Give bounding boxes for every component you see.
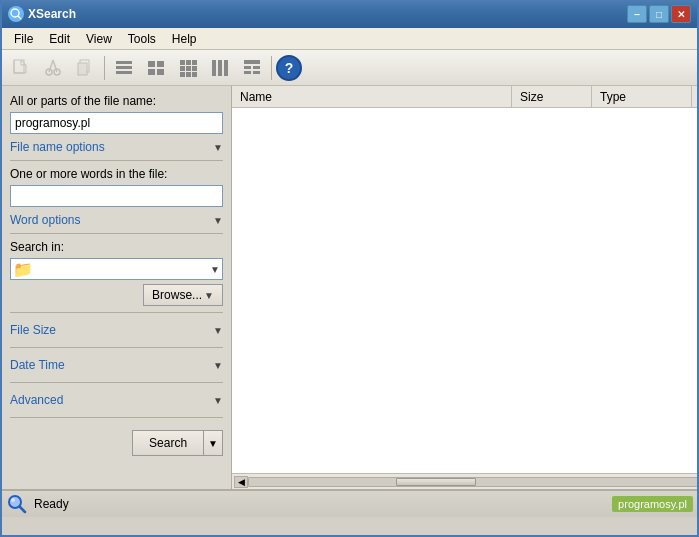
advanced-header[interactable]: Advanced ▼ xyxy=(10,389,223,411)
search-location-select[interactable]: 📁 ▼ xyxy=(10,258,223,280)
svg-rect-15 xyxy=(157,69,164,75)
toolbar: ? xyxy=(2,50,697,86)
toolbar-grid-btn[interactable] xyxy=(173,54,203,82)
advanced-section[interactable]: Advanced ▼ xyxy=(10,389,223,411)
horizontal-scrollbar[interactable]: ◀ ▶ xyxy=(232,473,699,489)
toolbar-copy-btn[interactable] xyxy=(70,54,100,82)
svg-rect-27 xyxy=(224,60,228,76)
toolbar-sep-2 xyxy=(271,56,272,80)
date-time-label: Date Time xyxy=(10,358,213,372)
toolbar-columns-btn[interactable] xyxy=(205,54,235,82)
results-panel: Name Size Type Date Modified ◀ ▶ xyxy=(232,86,699,489)
menu-view[interactable]: View xyxy=(78,30,120,48)
svg-rect-9 xyxy=(116,61,132,64)
svg-rect-29 xyxy=(244,66,251,69)
toolbar-details-btn[interactable] xyxy=(141,54,171,82)
svg-rect-16 xyxy=(180,60,185,65)
svg-rect-23 xyxy=(186,72,191,77)
col-header-size[interactable]: Size xyxy=(512,86,592,107)
svg-line-1 xyxy=(18,16,21,19)
toolbar-table-btn[interactable] xyxy=(237,54,267,82)
svg-rect-25 xyxy=(212,60,216,76)
status-badge: programosy.pl xyxy=(612,496,693,512)
results-header: Name Size Type Date Modified xyxy=(232,86,699,108)
filename-options-row[interactable]: File name options ▼ xyxy=(10,140,223,154)
svg-rect-8 xyxy=(78,63,87,75)
scroll-track[interactable] xyxy=(248,477,699,487)
filename-options-arrow: ▼ xyxy=(213,142,223,153)
app-icon xyxy=(8,6,24,22)
file-size-label: File Size xyxy=(10,323,213,337)
svg-rect-12 xyxy=(148,61,155,67)
scroll-left-btn[interactable]: ◀ xyxy=(234,476,248,488)
file-size-header[interactable]: File Size ▼ xyxy=(10,319,223,341)
words-input[interactable] xyxy=(10,185,223,207)
title-bar: XSearch – □ ✕ xyxy=(2,0,697,28)
menu-tools[interactable]: Tools xyxy=(120,30,164,48)
svg-rect-10 xyxy=(116,66,132,69)
status-icon xyxy=(6,493,28,515)
svg-line-34 xyxy=(20,507,26,513)
toolbar-help-btn[interactable]: ? xyxy=(276,55,302,81)
svg-rect-24 xyxy=(192,72,197,77)
divider-4 xyxy=(10,347,223,348)
divider-5 xyxy=(10,382,223,383)
word-options-arrow: ▼ xyxy=(213,215,223,226)
svg-rect-26 xyxy=(218,60,222,76)
svg-rect-11 xyxy=(116,71,132,74)
browse-row: Browse... ▼ xyxy=(10,284,223,306)
svg-rect-32 xyxy=(253,71,260,74)
svg-rect-14 xyxy=(148,69,155,75)
maximize-button[interactable]: □ xyxy=(649,5,669,23)
toolbar-sep-1 xyxy=(104,56,105,80)
divider-3 xyxy=(10,312,223,313)
svg-point-35 xyxy=(11,498,15,502)
col-header-date[interactable]: Date Modified xyxy=(692,86,699,107)
divider-1 xyxy=(10,160,223,161)
scroll-thumb[interactable] xyxy=(396,478,476,486)
search-panel: All or parts of the file name: File name… xyxy=(2,86,232,489)
col-header-name[interactable]: Name xyxy=(232,86,512,107)
browse-dropdown-arrow[interactable]: ▼ xyxy=(204,290,214,301)
toolbar-cut-btn[interactable] xyxy=(38,54,68,82)
folder-icon: 📁 xyxy=(13,260,33,279)
window-controls: – □ ✕ xyxy=(627,5,691,23)
select-arrow: ▼ xyxy=(210,264,220,275)
svg-rect-18 xyxy=(192,60,197,65)
toolbar-new-btn[interactable] xyxy=(6,54,36,82)
svg-rect-22 xyxy=(180,72,185,77)
menu-bar: File Edit View Tools Help xyxy=(2,28,697,50)
search-button[interactable]: Search xyxy=(132,430,203,456)
svg-rect-17 xyxy=(186,60,191,65)
status-text: Ready xyxy=(34,497,69,511)
search-dropdown-button[interactable]: ▼ xyxy=(203,430,223,456)
svg-rect-19 xyxy=(180,66,185,71)
word-options-row[interactable]: Word options ▼ xyxy=(10,213,223,227)
file-size-section[interactable]: File Size ▼ xyxy=(10,319,223,341)
window-title: XSearch xyxy=(28,7,627,21)
search-btn-area: Search ▼ xyxy=(10,430,223,456)
file-size-arrow: ▼ xyxy=(213,325,223,336)
svg-point-0 xyxy=(11,9,19,17)
toolbar-list-btn[interactable] xyxy=(109,54,139,82)
menu-edit[interactable]: Edit xyxy=(41,30,78,48)
menu-file[interactable]: File xyxy=(6,30,41,48)
close-button[interactable]: ✕ xyxy=(671,5,691,23)
svg-rect-13 xyxy=(157,61,164,67)
menu-help[interactable]: Help xyxy=(164,30,205,48)
advanced-arrow: ▼ xyxy=(213,395,223,406)
main-content: All or parts of the file name: File name… xyxy=(2,86,697,489)
date-time-section[interactable]: Date Time ▼ xyxy=(10,354,223,376)
svg-rect-28 xyxy=(244,60,260,64)
filename-options-label: File name options xyxy=(10,140,213,154)
col-header-type[interactable]: Type xyxy=(592,86,692,107)
filename-input[interactable] xyxy=(10,112,223,134)
advanced-label: Advanced xyxy=(10,393,213,407)
svg-rect-20 xyxy=(186,66,191,71)
browse-button[interactable]: Browse... ▼ xyxy=(143,284,223,306)
divider-2 xyxy=(10,233,223,234)
date-time-header[interactable]: Date Time ▼ xyxy=(10,354,223,376)
svg-rect-30 xyxy=(253,66,260,69)
svg-rect-31 xyxy=(244,71,251,74)
minimize-button[interactable]: – xyxy=(627,5,647,23)
